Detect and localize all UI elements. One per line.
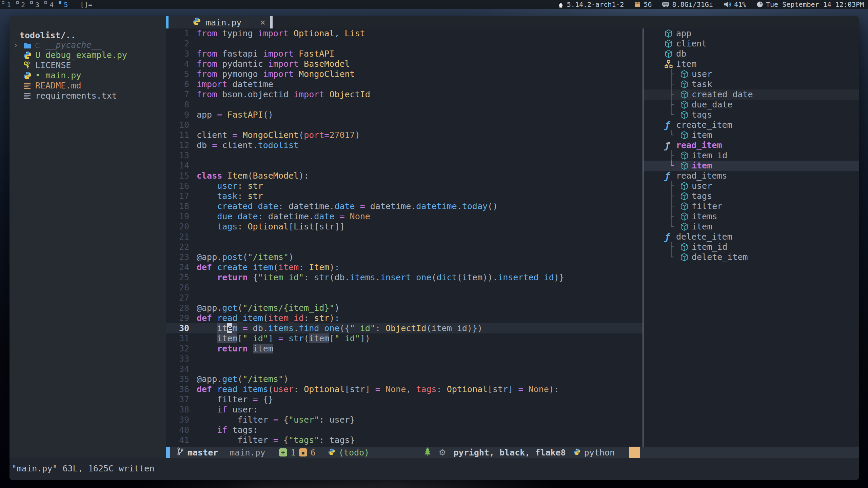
code-line-7[interactable]: 7from bson.objectid import ObjectId	[166, 89, 643, 100]
code-text: from typing import Optional, List	[197, 28, 365, 39]
symbol-delete_item[interactable]: └delete_item	[644, 252, 859, 262]
tree-item-main-py[interactable]: • main.py	[9, 70, 166, 81]
tab-main-py[interactable]: main.py ×	[169, 16, 270, 28]
symbol-app[interactable]: app	[644, 28, 859, 39]
tree-connector: ├	[669, 191, 680, 201]
symbol-tags[interactable]: └tags	[644, 110, 859, 120]
mode-indicator-block	[166, 447, 170, 458]
code-line-32[interactable]: 32return item	[166, 344, 643, 354]
code-text: user: str	[197, 181, 263, 191]
code-line-1[interactable]: 1from typing import Optional, List	[166, 28, 643, 39]
code-line-9[interactable]: 9app = FastAPI()	[166, 110, 643, 120]
workspace-5[interactable]: 5	[57, 0, 71, 9]
code-line-24[interactable]: 24def create_item(item: Item):	[166, 262, 643, 272]
code-line-35[interactable]: 35@app.get("/items")	[166, 374, 643, 384]
tree-item--pycache-[interactable]: ›◌ __pycache__	[9, 40, 166, 50]
line-number: 4	[166, 59, 197, 69]
symbol-delete_item[interactable]: ƒdelete_item	[644, 232, 859, 242]
code-line-2[interactable]: 2	[166, 39, 643, 49]
code-line-5[interactable]: 5from pymongo import MongoClient	[166, 69, 643, 79]
code-line-31[interactable]: 31item["_id"] = str(item["_id"])	[166, 333, 643, 344]
code-line-13[interactable]: 13	[166, 150, 643, 161]
code-line-18[interactable]: 18created_date: datetime.date = datetime…	[166, 201, 643, 211]
git-branch-icon	[177, 447, 184, 458]
code-line-8[interactable]: 8	[166, 100, 643, 110]
code-line-40[interactable]: 40if tags:	[166, 425, 643, 435]
code-line-6[interactable]: 6import datetime	[166, 79, 643, 89]
code-line-34[interactable]: 34	[166, 364, 643, 374]
code-line-15[interactable]: 15class Item(BaseModel):	[166, 171, 643, 181]
code-line-10[interactable]: 10	[166, 120, 643, 130]
code-line-22[interactable]: 22	[166, 242, 643, 252]
symbol-item[interactable]: └item	[644, 222, 859, 232]
variable-icon	[680, 70, 692, 79]
workspace-2[interactable]: 2	[14, 0, 28, 9]
tree-item-readme-md[interactable]: README.md	[9, 81, 166, 91]
workspace-3[interactable]: 3	[28, 0, 43, 9]
code-line-41[interactable]: 41filter = {"tags": tags}	[166, 435, 643, 445]
symbol-Item[interactable]: Item	[644, 59, 859, 69]
code-line-17[interactable]: 17task: str	[166, 191, 643, 201]
code-text: class Item(BaseModel):	[197, 171, 309, 181]
code-line-28[interactable]: 28@app.get("/items/{item_id}")	[166, 303, 643, 313]
symbol-user[interactable]: ├user	[644, 69, 859, 79]
code-line-27[interactable]: 27	[166, 293, 643, 303]
symbol-item[interactable]: └item	[644, 130, 859, 140]
code-text: from fastapi import FastAPI	[197, 49, 334, 59]
symbol-items[interactable]: ├items	[644, 211, 859, 222]
tree-root-folder[interactable]: todolist/..	[20, 30, 76, 41]
symbol-client[interactable]: client	[644, 39, 859, 49]
line-number: 29	[166, 313, 197, 323]
line-number: 14	[166, 161, 197, 171]
variable-icon	[665, 29, 676, 38]
symbol-create_item[interactable]: ƒcreate_item	[644, 120, 859, 130]
code-line-16[interactable]: 16user: str	[166, 181, 643, 191]
code-line-21[interactable]: 21	[166, 232, 643, 242]
code-line-26[interactable]: 26	[166, 283, 643, 293]
code-line-4[interactable]: 4from pydantic import BaseModel	[166, 59, 643, 69]
symbol-created_date[interactable]: ├created_date	[644, 89, 859, 100]
code-line-19[interactable]: 19due_date: datetime.date = None	[166, 211, 643, 222]
tree-connector: ├	[669, 79, 680, 89]
symbol-user[interactable]: ├user	[644, 181, 859, 191]
symbol-tags[interactable]: ├tags	[644, 191, 859, 201]
workspace-4[interactable]: 4	[43, 0, 57, 9]
code-line-14[interactable]: 14	[166, 161, 643, 171]
symbol-item[interactable]: └item	[644, 161, 859, 171]
code-line-12[interactable]: 12db = client.todolist	[166, 140, 643, 150]
tree-item-license[interactable]: LICENSE	[9, 60, 166, 70]
code-line-29[interactable]: 29def read_item(item_id: str):	[166, 313, 643, 323]
line-number: 9	[166, 110, 197, 120]
variable-icon	[680, 151, 692, 160]
tree-item-requirements-txt[interactable]: requirements.txt	[9, 91, 166, 101]
line-number: 5	[166, 69, 197, 79]
code-line-36[interactable]: 36def read_items(user: Optional[str] = N…	[166, 384, 643, 394]
symbol-db[interactable]: db	[644, 49, 859, 59]
code-line-37[interactable]: 37filter = {}	[166, 394, 643, 405]
symbol-item_id[interactable]: ├item_id	[644, 150, 859, 161]
workspace-1[interactable]: 1	[0, 0, 14, 9]
symbol-read_item[interactable]: ƒread_item	[644, 140, 859, 150]
code-line-38[interactable]: 38if user:	[166, 405, 643, 415]
code-line-25[interactable]: 25return {"item_id": str(db.items.insert…	[166, 272, 643, 283]
code-line-23[interactable]: 23@app.post("/items")	[166, 252, 643, 262]
command-message-line: "main.py" 63L, 1625C written	[9, 458, 859, 480]
code-line-3[interactable]: 3from fastapi import FastAPI	[166, 49, 643, 59]
code-line-11[interactable]: 11client = MongoClient(port=27017)	[166, 130, 643, 140]
symbol-read_items[interactable]: ƒread_items	[644, 171, 859, 181]
code-text: filter = {"tags": tags}	[197, 435, 355, 445]
symbol-label: delete_item	[692, 252, 748, 262]
code-text: from pymongo import MongoClient	[197, 69, 355, 79]
code-line-33[interactable]: 33	[166, 354, 643, 364]
code-line-30[interactable]: 30item = db.items.find_one({"_id": Objec…	[166, 323, 643, 333]
symbol-item_id[interactable]: ├item_id	[644, 242, 859, 252]
code-line-20[interactable]: 20tags: Optional[List[str]]	[166, 222, 643, 232]
symbol-filter[interactable]: ├filter	[644, 201, 859, 211]
code-line-39[interactable]: 39filter = {"user": user}	[166, 415, 643, 425]
symbol-task[interactable]: ├task	[644, 79, 859, 89]
symbol-due_date[interactable]: ├due_date	[644, 100, 859, 110]
close-icon[interactable]: ×	[260, 17, 265, 27]
status-package: 56	[634, 0, 652, 8]
symbol-label: user	[692, 69, 712, 79]
tree-item-debug-example-py[interactable]: U debug_example.py	[9, 50, 166, 60]
